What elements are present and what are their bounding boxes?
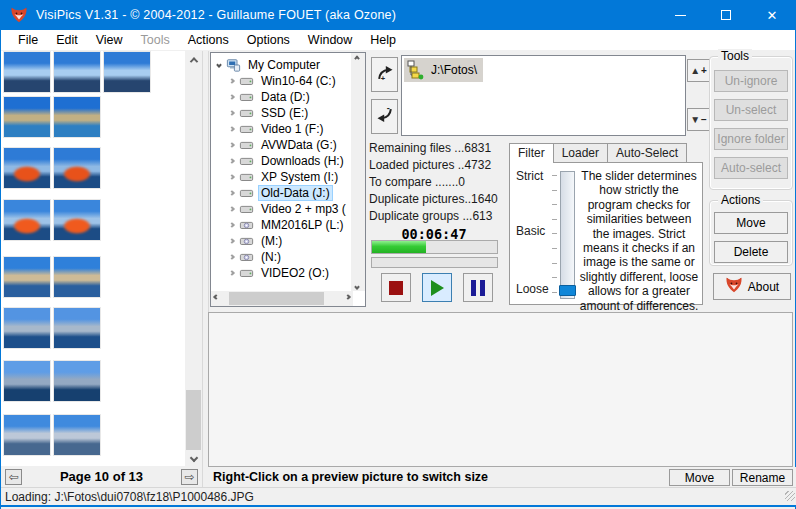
- tree-item-data-d[interactable]: Data (D:): [227, 89, 312, 105]
- stat-line: Loaded pictures ..4732: [369, 158, 509, 175]
- move-path-up-button[interactable]: ▲+: [687, 59, 710, 82]
- chevron-right-icon[interactable]: [227, 255, 237, 259]
- chevron-down-icon[interactable]: [214, 63, 224, 67]
- chevron-right-icon[interactable]: [227, 79, 237, 83]
- move-path-down-button[interactable]: ▼−: [687, 108, 710, 131]
- pause-button[interactable]: [463, 273, 493, 302]
- orange-buoy-group: [1, 199, 101, 241]
- path-list-item[interactable]: J:\Fotos\: [404, 58, 483, 82]
- tab-loader[interactable]: Loader: [553, 143, 608, 162]
- thumbnail-image[interactable]: [3, 360, 51, 402]
- preview-hint: Right-Click on a preview picture to swit…: [213, 470, 488, 484]
- scroll-right-icon[interactable]: [346, 295, 350, 299]
- scrollbar-thumb[interactable]: [186, 390, 201, 450]
- chevron-right-icon[interactable]: [227, 127, 237, 131]
- tree-item-m[interactable]: (M:): [227, 233, 284, 249]
- tree-vertical-scrollbar[interactable]: [351, 53, 365, 291]
- scroll-down-icon[interactable]: [355, 285, 359, 289]
- scroll-up-icon[interactable]: [185, 51, 202, 68]
- page-prev-arrow-icon[interactable]: ⇦: [5, 469, 22, 485]
- move-button[interactable]: Move: [714, 212, 788, 234]
- minimize-button[interactable]: [657, 0, 703, 30]
- menu-item-file[interactable]: File: [9, 31, 47, 49]
- thumbnail-image[interactable]: [53, 307, 101, 349]
- scroll-down-icon[interactable]: [185, 449, 202, 466]
- play-button[interactable]: [422, 273, 452, 302]
- play-icon: [431, 280, 444, 296]
- tree-item-n[interactable]: (N:): [227, 249, 283, 265]
- chevron-right-icon[interactable]: [227, 159, 237, 163]
- orange-boat-shape: [63, 166, 91, 182]
- stop-button[interactable]: [381, 273, 411, 302]
- thumbnail-image[interactable]: [53, 256, 101, 298]
- close-button[interactable]: ✕: [749, 0, 795, 30]
- tree-item-xp-system-i[interactable]: XP System (I:): [227, 169, 340, 185]
- chevron-right-icon[interactable]: [227, 191, 237, 195]
- tab-auto-select[interactable]: Auto-Select: [607, 143, 687, 162]
- menu-item-help[interactable]: Help: [361, 31, 405, 49]
- thumbnail-image[interactable]: [53, 360, 101, 402]
- delete-button[interactable]: Delete: [714, 241, 788, 263]
- chevron-right-icon[interactable]: [227, 111, 237, 115]
- thumbnail-image[interactable]: [53, 414, 101, 456]
- chevron-right-icon[interactable]: [227, 271, 237, 275]
- menu-item-edit[interactable]: Edit: [47, 31, 87, 49]
- menu-item-options[interactable]: Options: [238, 31, 299, 49]
- tree-item-win10-64-c[interactable]: Win10-64 (C:): [227, 73, 338, 89]
- tree-item-video2-o[interactable]: VIDEO2 (O:): [227, 265, 331, 281]
- strictness-slider[interactable]: [560, 171, 575, 299]
- chevron-right-icon[interactable]: [227, 207, 237, 211]
- slider-label-loose: Loose: [516, 282, 549, 296]
- thumbnail-image[interactable]: [3, 256, 51, 298]
- tree-item-label: Data (D:): [259, 90, 312, 104]
- drive-icon: [239, 74, 255, 88]
- thumbnail-image[interactable]: [3, 199, 51, 241]
- tree-item-avwdata-g[interactable]: AVWData (G:): [227, 137, 339, 153]
- thumbnails-scrollbar[interactable]: [185, 51, 202, 466]
- source-folders-list[interactable]: J:\Fotos\: [401, 55, 686, 136]
- thumbnail-image[interactable]: [53, 147, 101, 189]
- page-next-arrow-icon[interactable]: ⇨: [181, 469, 198, 485]
- rename-bottom-button[interactable]: Rename: [732, 469, 793, 486]
- chevron-right-icon[interactable]: [227, 223, 237, 227]
- scrollbar-thumb[interactable]: [229, 292, 324, 305]
- tree-item-my-computer[interactable]: My Computer: [214, 57, 322, 73]
- slider-thumb[interactable]: [559, 285, 576, 296]
- menu-item-view[interactable]: View: [87, 31, 132, 49]
- dock-scene-group: [1, 414, 101, 456]
- maximize-button[interactable]: [703, 0, 749, 30]
- chevron-right-icon[interactable]: [227, 143, 237, 147]
- scroll-left-icon[interactable]: [214, 295, 218, 299]
- tree-horizontal-scrollbar[interactable]: [211, 291, 353, 306]
- cd-drive-icon: [239, 250, 255, 264]
- tree-item-downloads-h[interactable]: Downloads (H:): [227, 153, 346, 169]
- scroll-up-icon[interactable]: [355, 55, 359, 59]
- tree-item-video-1-f[interactable]: Video 1 (F:): [227, 121, 325, 137]
- chevron-right-icon[interactable]: [227, 95, 237, 99]
- menu-item-actions[interactable]: Actions: [179, 31, 238, 49]
- resize-grip-icon[interactable]: [785, 491, 795, 501]
- chevron-right-icon[interactable]: [227, 239, 237, 243]
- tree-item-ssd-e[interactable]: SSD (E:): [227, 105, 310, 121]
- thumbnail-image[interactable]: [53, 51, 101, 93]
- scan-statistics: Remaining files ...6831Loaded pictures .…: [369, 141, 509, 226]
- thumbnail-image[interactable]: [3, 147, 51, 189]
- add-folder-button[interactable]: +: [371, 57, 398, 92]
- remove-folder-button[interactable]: -: [371, 99, 398, 134]
- thumbnail-image[interactable]: [103, 51, 151, 93]
- tree-item-mm2016lp-l[interactable]: MM2016LP (L:): [227, 217, 345, 233]
- about-button[interactable]: About: [713, 273, 791, 300]
- thumbnail-image[interactable]: [3, 96, 51, 138]
- tree-item-old-data-j[interactable]: Old-Data (J:): [227, 185, 332, 201]
- chevron-right-icon[interactable]: [227, 175, 237, 179]
- tree-item-video-2-mp3[interactable]: Video 2 + mp3 (: [227, 201, 348, 217]
- tab-filter[interactable]: Filter: [509, 143, 554, 163]
- thumbnail-image[interactable]: [3, 307, 51, 349]
- thumbnail-image[interactable]: [3, 51, 51, 93]
- move-bottom-button[interactable]: Move: [669, 469, 730, 486]
- stat-line: Duplicate groups ...613: [369, 209, 509, 226]
- thumbnail-image[interactable]: [53, 199, 101, 241]
- menu-item-window[interactable]: Window: [299, 31, 361, 49]
- thumbnail-image[interactable]: [3, 414, 51, 456]
- thumbnail-image[interactable]: [53, 96, 101, 138]
